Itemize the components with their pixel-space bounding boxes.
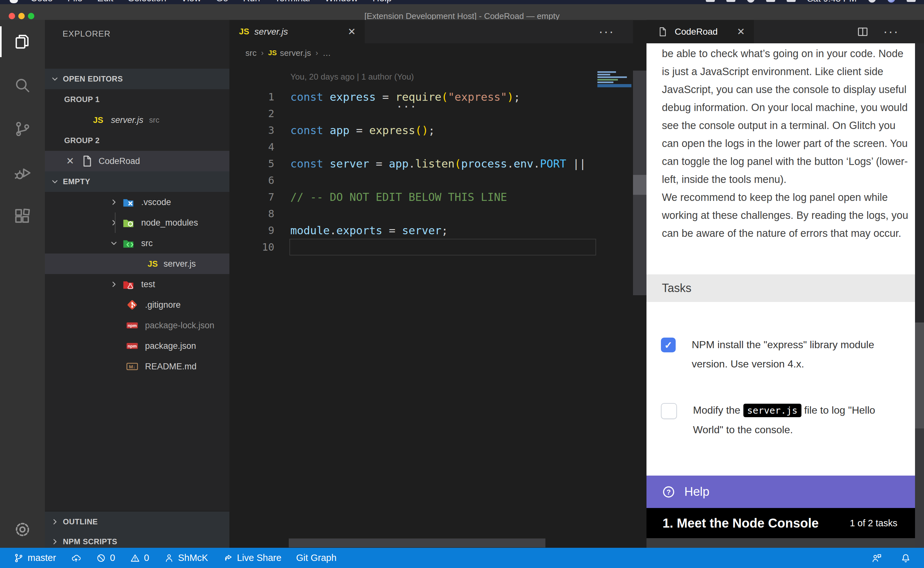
code-line[interactable]: 1const express = require("express");: [229, 89, 597, 105]
tree-item[interactable]: test: [45, 274, 229, 295]
menu-status-icon[interactable]: [888, 0, 895, 3]
statusbar-item-live-share[interactable]: Live Share: [223, 553, 281, 563]
js-file-icon: JS: [148, 259, 158, 269]
breadcrumb-item[interactable]: src: [246, 48, 257, 58]
chevron-right-icon: [109, 197, 119, 207]
code-line[interactable]: 5const server = app.listen(process.env.P…: [229, 155, 597, 172]
source-control-icon[interactable]: [0, 107, 45, 151]
open-editors-header[interactable]: OPEN EDITORS: [45, 69, 229, 89]
code-line[interactable]: 7// -- DO NOT EDIT BELOW THIS LINE: [229, 189, 597, 205]
chevron-right-icon: ›: [261, 48, 264, 57]
code-line[interactable]: 9module.exports = server;: [229, 222, 597, 239]
tab-serverjs[interactable]: JS server.js ✕: [229, 20, 365, 43]
menu-item[interactable]: Window: [317, 0, 365, 3]
close-icon[interactable]: ✕: [66, 156, 74, 166]
close-tab-icon[interactable]: ✕: [737, 26, 745, 37]
tree-item[interactable]: npmpackage.json: [45, 336, 229, 356]
explorer-title: EXPLORER: [63, 29, 111, 39]
lesson-paragraph: We recommend to keep the log panel open …: [662, 188, 910, 242]
menu-item[interactable]: Go: [208, 0, 236, 3]
menu-status-icon[interactable]: [787, 0, 796, 2]
feedback-icon[interactable]: [871, 553, 882, 563]
tree-item[interactable]: .gitignore: [45, 295, 229, 315]
tree-item-label: node_modules: [141, 218, 198, 228]
code-line[interactable]: 2: [229, 105, 597, 122]
menu-status-icon[interactable]: [766, 0, 775, 2]
close-tab-icon[interactable]: ✕: [348, 26, 356, 37]
help-button[interactable]: ? Help: [647, 476, 915, 508]
bell-icon[interactable]: [900, 553, 911, 563]
menu-item[interactable]: Edit: [90, 0, 121, 3]
more-actions-icon[interactable]: ···: [599, 24, 614, 39]
explorer-sidebar: EXPLORER OPEN EDITORS GROUP 1 JS server.…: [45, 20, 229, 548]
code-line[interactable]: 8: [229, 205, 597, 222]
checkbox-unchecked[interactable]: [661, 403, 677, 419]
horizontal-scrollbar-thumb[interactable]: [289, 538, 546, 547]
split-editor-icon[interactable]: [856, 25, 869, 38]
menu-item[interactable]: Help: [365, 0, 399, 3]
activity-bar: [0, 20, 45, 548]
webview-scrollbar-thumb[interactable]: [915, 323, 924, 428]
apple-logo[interactable]: [10, 0, 18, 3]
tree-item[interactable]: .vscode: [45, 192, 229, 213]
statusbar-item-shmck[interactable]: ShMcK: [164, 553, 208, 563]
menu-item[interactable]: File: [60, 0, 90, 3]
editor-tab-bar: JS server.js ✕ ···: [229, 20, 633, 43]
code-line[interactable]: 10: [229, 239, 597, 255]
checkbox-checked[interactable]: ✓: [661, 338, 676, 352]
webview-scrollbar-track[interactable]: [915, 43, 924, 323]
tree-item[interactable]: JSserver.js: [45, 254, 229, 274]
menu-item[interactable]: View: [173, 0, 208, 3]
code-text: const app = express();: [290, 124, 435, 137]
task-text: Modify the server.js file to log "Hello …: [693, 400, 906, 439]
editor-actions: ···: [599, 20, 614, 43]
code-line[interactable]: 3const app = express();: [229, 122, 597, 139]
menu-item[interactable]: Code: [23, 0, 60, 3]
file-md-icon: M↓: [125, 360, 139, 373]
tree-item[interactable]: npmpackage-lock.json: [45, 315, 229, 336]
tree-item[interactable]: node_modules: [45, 213, 229, 233]
code-line[interactable]: 4: [229, 139, 597, 155]
webview-scrollbar-track-lower[interactable]: [915, 428, 924, 548]
editor-scrollbar-thumb[interactable]: [633, 175, 647, 195]
npm-scripts-section-header[interactable]: NPM SCRIPTS: [45, 532, 229, 548]
statusbar-item-master[interactable]: master: [14, 553, 56, 563]
open-editor-item-serverjs[interactable]: JS server.js src: [45, 110, 229, 130]
menu-status-icon[interactable]: [868, 0, 876, 3]
files-icon[interactable]: [0, 20, 45, 63]
workspace-section-header[interactable]: EMPTY: [45, 171, 229, 192]
code-line[interactable]: 6: [229, 172, 597, 189]
more-actions-icon[interactable]: ···: [883, 24, 899, 39]
tree-item[interactable]: src: [45, 233, 229, 254]
statusbar-item-0[interactable]: 0: [130, 553, 149, 563]
settings-gear-icon[interactable]: [0, 520, 45, 539]
person-icon: [164, 553, 174, 563]
search-icon[interactable]: [0, 63, 45, 107]
breadcrumb[interactable]: src›JSserver.js›…: [229, 43, 633, 63]
breadcrumb-item[interactable]: server.js: [280, 48, 311, 58]
menu-item[interactable]: Run: [235, 0, 267, 3]
code-text: const express = require("express");: [290, 91, 520, 103]
run-debug-icon[interactable]: [0, 151, 45, 195]
statusbar-item-0[interactable]: 0: [96, 553, 115, 563]
outline-section-header[interactable]: OUTLINE: [45, 511, 229, 532]
open-editor-item-coderoad[interactable]: ✕ CodeRoad: [45, 151, 229, 171]
menu-status-icon[interactable]: [706, 0, 715, 2]
menu-status-icon[interactable]: [907, 0, 916, 2]
git-branch-icon: [14, 553, 24, 563]
tab-coderoad[interactable]: CodeRoad ✕: [647, 20, 754, 43]
menu-item[interactable]: Terminal: [268, 0, 318, 3]
minimap[interactable]: [597, 71, 632, 87]
menu-status-icon[interactable]: [747, 0, 755, 3]
menu-item[interactable]: Selection: [121, 0, 173, 3]
indent-guide: [115, 213, 116, 233]
minimap-current-line: [597, 84, 632, 87]
statusbar-item-cloud-upload[interactable]: [71, 553, 81, 563]
code-editor[interactable]: 1const express = require("express");23co…: [229, 89, 597, 255]
menu-status-icon[interactable]: [727, 0, 736, 2]
breadcrumb-item[interactable]: …: [323, 48, 331, 58]
statusbar-item-git-graph[interactable]: Git Graph: [296, 553, 336, 563]
tree-item[interactable]: M↓README.md: [45, 356, 229, 377]
extensions-icon[interactable]: [0, 195, 45, 238]
chevron-down-icon: [50, 177, 60, 186]
